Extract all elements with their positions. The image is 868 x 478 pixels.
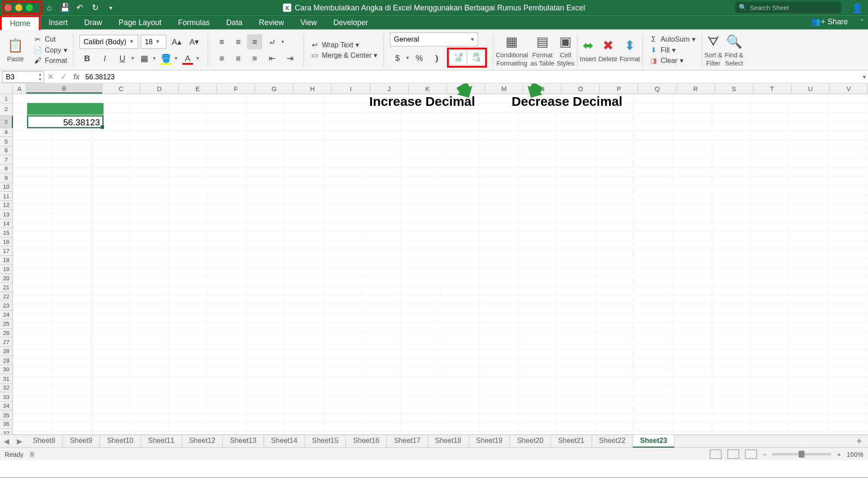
row-header-12[interactable]: 12 [0,201,13,210]
user-icon[interactable]: 👤 [852,2,862,13]
align-top-icon[interactable]: ≡ [214,34,229,49]
percent-icon[interactable]: % [411,50,427,65]
col-header-d[interactable]: D [140,84,179,94]
row-header-25[interactable]: 25 [0,320,13,329]
cut-button[interactable]: ✂Cut [33,34,67,44]
currency-icon[interactable]: $ [390,50,405,65]
col-header-t[interactable]: T [753,84,791,94]
row-header-8[interactable]: 8 [0,164,13,174]
underline-button[interactable]: U [115,50,130,65]
col-header-b[interactable]: B [27,84,102,94]
tab-draw[interactable]: Draw [76,16,110,29]
orientation-icon[interactable]: ⤾ [265,34,280,49]
cell-b2[interactable] [27,103,103,115]
sheet-tab-sheet8[interactable]: Sheet8 [26,435,63,448]
decrease-decimal-button[interactable]: .00→.0 [467,50,485,65]
col-header-h[interactable]: H [294,84,332,94]
row-header-2[interactable]: 2 [0,103,13,115]
row-header-33[interactable]: 33 [0,393,13,402]
format-as-table-button[interactable]: ▤Formatas Table [530,33,554,66]
col-header-s[interactable]: S [715,84,753,94]
spreadsheet-grid[interactable]: ABCDEFGHIJKLMNOPQRSTUV 12345678910111213… [0,84,868,434]
sheet-nav-prev-icon[interactable]: ◀ [0,437,13,445]
decrease-indent-icon[interactable]: ⇤ [265,50,280,65]
delete-cells-button[interactable]: ✖Delete [598,37,617,62]
sheet-tab-sheet20[interactable]: Sheet20 [510,435,551,448]
row-header-5[interactable]: 5 [0,137,13,146]
row-header-15[interactable]: 15 [0,228,13,237]
paste-button[interactable]: 📋 Paste [7,37,23,62]
autosum-button[interactable]: ΣAutoSum ▾ [649,34,696,44]
row-header-6[interactable]: 6 [0,146,13,155]
row-header-9[interactable]: 9 [0,174,13,183]
border-button[interactable]: ▦ [137,50,152,65]
align-bottom-icon[interactable]: ≡ [247,34,262,49]
home-icon[interactable]: ⌂ [45,3,54,13]
tab-home[interactable]: Home [0,15,40,30]
row-header-10[interactable]: 10 [0,183,13,192]
formula-input[interactable]: 56.38123 [83,73,868,81]
sort-filter-button[interactable]: ᗊSort &Filter [705,33,722,66]
col-header-c[interactable]: C [102,84,140,94]
sheet-tab-sheet9[interactable]: Sheet9 [63,435,100,448]
qat-more-icon[interactable]: ▾ [106,3,115,13]
sheet-tab-sheet22[interactable]: Sheet22 [592,435,633,448]
fill-handle[interactable] [101,125,104,129]
row-header-7[interactable]: 7 [0,155,13,164]
col-header-k[interactable]: K [408,84,447,94]
row-header-14[interactable]: 14 [0,219,13,228]
sheet-nav-next-icon[interactable]: ▶ [13,437,26,445]
font-name-combo[interactable]: Calibri (Body)▾ [79,34,138,49]
sheet-tab-sheet23[interactable]: Sheet23 [633,435,675,448]
align-middle-icon[interactable]: ≡ [231,34,246,49]
col-header-j[interactable]: J [370,84,408,94]
row-header-28[interactable]: 28 [0,347,13,356]
col-header-u[interactable]: U [792,84,830,94]
sheet-tab-sheet18[interactable]: Sheet18 [428,435,469,448]
col-header-r[interactable]: R [677,84,715,94]
zoom-level[interactable]: 100% [847,450,863,457]
sheet-tab-sheet12[interactable]: Sheet12 [182,435,223,448]
cancel-formula-icon[interactable]: ✕ [44,72,57,81]
row-header-18[interactable]: 18 [0,255,13,265]
save-icon[interactable]: 💾 [60,3,69,13]
italic-button[interactable]: I [97,50,112,65]
expand-formula-icon[interactable]: ▾ [863,74,866,80]
row-header-4[interactable]: 4 [0,128,13,137]
row-header-3[interactable]: 3 [0,116,13,128]
tab-review[interactable]: Review [251,16,292,29]
row-header-36[interactable]: 36 [0,420,13,429]
row-header-26[interactable]: 26 [0,329,13,338]
minimize-window-button[interactable] [15,4,22,11]
row-header-16[interactable]: 16 [0,237,13,246]
tab-insert[interactable]: Insert [40,16,76,29]
row-header-21[interactable]: 21 [0,283,13,292]
sheet-tab-sheet19[interactable]: Sheet19 [469,435,510,448]
align-right-icon[interactable]: ≡ [247,50,262,65]
number-format-combo[interactable]: General▾ [390,32,478,46]
row-header-34[interactable]: 34 [0,402,13,411]
row-header-13[interactable]: 13 [0,210,13,219]
share-button[interactable]: 👥+Share [811,17,848,26]
increase-decimal-button[interactable]: ←.0.00 [449,50,467,65]
row-header-32[interactable]: 32 [0,383,13,393]
col-header-e[interactable]: E [179,84,217,94]
cell-b3-selected[interactable]: 56.38123 [27,115,103,128]
comma-icon[interactable]: ) [429,50,444,65]
align-left-icon[interactable]: ≡ [214,50,229,65]
row-header-30[interactable]: 30 [0,365,13,374]
macro-record-icon[interactable]: ⎘ [30,450,34,457]
row-header-19[interactable]: 19 [0,265,13,274]
sheet-tab-sheet10[interactable]: Sheet10 [100,435,141,448]
wrap-text-button[interactable]: ↩Wrap Text ▾ [310,40,378,49]
name-box[interactable]: B3▴▾ [2,71,44,82]
copy-button[interactable]: 📄Copy ▾ [33,45,67,55]
col-header-v[interactable]: V [830,84,868,94]
row-header-37[interactable]: 37 [0,429,13,434]
row-header-1[interactable]: 1 [0,94,13,103]
col-header-i[interactable]: I [332,84,370,94]
sheet-tab-sheet15[interactable]: Sheet15 [305,435,346,448]
sheet-tab-sheet11[interactable]: Sheet11 [141,435,182,448]
bold-button[interactable]: B [79,50,95,65]
insert-cells-button[interactable]: ⬌Insert [580,37,596,62]
